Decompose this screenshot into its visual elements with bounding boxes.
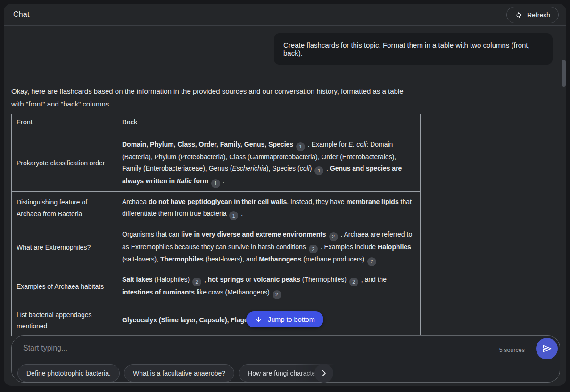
flashcard-text-segment: . [377, 255, 381, 263]
flashcard-front: Prokaryote classification order [12, 135, 117, 192]
flashcard-text-segment: intestines of ruminants [122, 288, 195, 296]
chat-input[interactable]: Start typing... [23, 344, 447, 352]
scrollbar-thumb[interactable] [562, 60, 566, 87]
citation-badge[interactable]: 2 [349, 278, 358, 286]
flashcard-back: Domain, Phylum, Class, Order, Family, Ge… [117, 135, 421, 192]
citation-badge[interactable]: 1 [211, 179, 220, 188]
flashcard-front: Distinguishing feature of Archaea from B… [12, 191, 117, 225]
flashcard-text-segment [293, 140, 295, 148]
flashcard-text-segment: live in very diverse and extreme environ… [181, 230, 326, 238]
flashcard-text-segment: or [244, 276, 253, 283]
flashcard-front: Examples of Archaea habitats [12, 270, 117, 303]
citation-badge[interactable]: 2 [192, 278, 201, 286]
flashcard-text-segment: (salt-lovers), [122, 255, 160, 263]
flashcard-text-segment: , [202, 276, 208, 283]
arrow-down-icon [255, 316, 263, 324]
page-title: Chat [13, 10, 30, 19]
chat-panel: Chat Refresh Create flashcards for this … [4, 4, 566, 386]
flashcard-text-segment: . [324, 164, 330, 172]
table-row: What are Extremophiles?Organisms that ca… [12, 225, 421, 270]
user-message-text: Create flashcards for this topic. Format… [283, 41, 543, 57]
chat-header: Chat Refresh [4, 4, 566, 26]
citation-badge[interactable]: 1 [229, 211, 238, 220]
citation-badge[interactable]: 1 [296, 142, 305, 151]
column-header-back: Back [117, 114, 421, 135]
flashcard-text-segment: . Example for [306, 140, 348, 148]
send-button[interactable] [536, 338, 558, 359]
citation-badge[interactable]: 2 [309, 245, 318, 253]
send-icon [541, 343, 553, 354]
flashcard-text-segment: . [282, 288, 286, 296]
flashcards-body: Prokaryote classification orderDomain, P… [12, 135, 421, 336]
flashcard-front: What are Extremophiles? [12, 225, 117, 270]
jump-to-bottom-label: Jump to bottom [268, 316, 315, 323]
flashcard-text-segment: hot springs [208, 276, 244, 283]
sources-count-label: 5 sources [499, 347, 525, 353]
flashcard-text-segment: E. coli [348, 140, 366, 148]
flashcard-text-segment: volcanic peaks [253, 276, 300, 283]
flashcard-back: Archaea do not have peptidoglycan in the… [117, 191, 421, 225]
flashcard-text-segment: ), Species ( [266, 164, 300, 172]
flashcards-table-wrap: Front Back Prokaryote classification ord… [11, 114, 421, 336]
citation-badge[interactable]: 1 [314, 166, 323, 175]
flashcard-text-segment: . [221, 177, 225, 185]
user-message-bubble: Create flashcards for this topic. Format… [274, 33, 553, 65]
flashcard-text-segment: Italic [177, 177, 192, 185]
flashcard-text-segment: , and the [359, 276, 387, 283]
column-header-front: Front [12, 114, 117, 135]
assistant-intro-text: Okay, here are flashcards based on the i… [11, 85, 410, 110]
flashcard-back: Organisms that can live in very diverse … [117, 225, 421, 270]
flashcard-text-segment: Thermophiles [160, 255, 204, 263]
flashcard-text-segment: Archaea [122, 198, 149, 205]
flashcard-text-segment: like cows (Methanogens) [195, 288, 272, 296]
flashcard-text-segment: . Instead, they have [287, 198, 346, 205]
flashcard-text-segment: (Thermophiles) [300, 276, 348, 283]
citation-badge[interactable]: 2 [329, 232, 338, 241]
refresh-label: Refresh [527, 11, 550, 19]
flashcard-text-segment: Domain, Phylum, Class, Order, Family, Ge… [122, 140, 293, 148]
flashcard-text-segment: (heat-lovers), and [204, 255, 259, 263]
flashcard-text-segment: coli [300, 164, 310, 172]
jump-to-bottom-button[interactable]: Jump to bottom [246, 311, 323, 327]
flashcard-text-segment: form [192, 177, 210, 185]
table-row: Prokaryote classification orderDomain, P… [12, 135, 421, 192]
table-row: Distinguishing feature of Archaea from B… [12, 191, 421, 225]
flashcard-text-segment: do not have peptidoglycan in their cell … [149, 198, 287, 205]
flashcard-text-segment: membrane lipids [346, 198, 398, 205]
table-row: List bacterial appendages mentionedGlyco… [12, 303, 421, 336]
table-row: Examples of Archaea habitatsSalt lakes (… [12, 270, 421, 303]
flashcard-text-segment: Methanogens [259, 255, 301, 263]
refresh-icon [515, 11, 523, 19]
flashcard-text-segment: Escherichia [232, 164, 266, 172]
flashcard-text-segment: (methane producers) [301, 255, 366, 263]
flashcard-back: Salt lakes (Halophiles) 2 , hot springs … [117, 270, 421, 303]
flashcard-text-segment: . [239, 210, 243, 217]
flashcard-text-segment: . Examples include [319, 243, 378, 251]
suggestion-chip[interactable]: Define phototrophic bacteria. [17, 364, 120, 382]
flashcard-front: List bacterial appendages mentioned [12, 303, 117, 336]
flashcard-text-segment: (Halophiles) [153, 276, 191, 283]
chips-scroll-right-button[interactable] [314, 364, 333, 383]
flashcard-text-segment: ) [310, 164, 314, 172]
flashcard-text-segment: Salt lakes [122, 276, 153, 283]
flashcard-text-segment: Organisms that can [122, 230, 181, 238]
chevron-right-icon [320, 369, 328, 377]
table-header-row: Front Back [12, 114, 421, 135]
chips-row: Define phototrophic bacteria.What is a f… [17, 364, 342, 382]
flashcard-text-segment [326, 230, 328, 238]
flashcard-text-segment: Halophiles [378, 243, 411, 251]
refresh-button[interactable]: Refresh [506, 7, 559, 23]
suggestion-chip[interactable]: What is a facultative anaerobe? [124, 364, 234, 382]
citation-badge[interactable]: 2 [273, 290, 281, 299]
flashcards-table: Front Back Prokaryote classification ord… [11, 114, 421, 336]
composer: Start typing... 5 sources Define phototr… [11, 335, 560, 383]
citation-badge[interactable]: 2 [367, 257, 376, 266]
